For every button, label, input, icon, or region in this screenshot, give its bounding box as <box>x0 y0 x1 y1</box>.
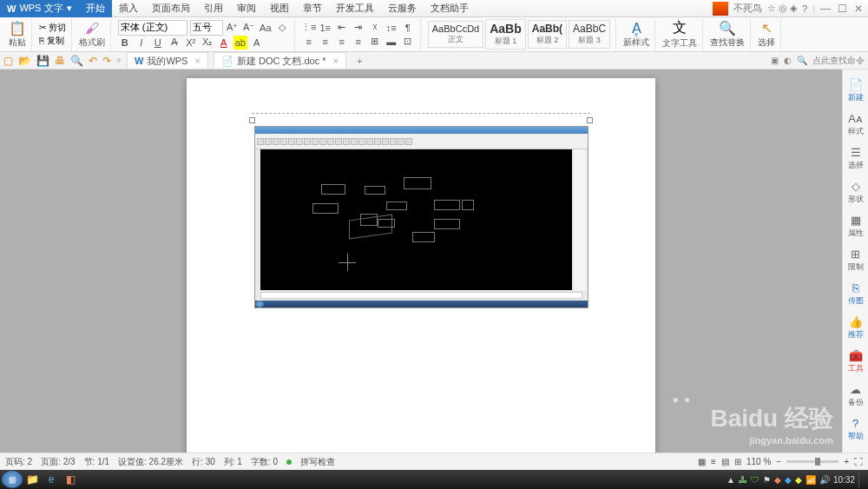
menu-tab-view[interactable]: 视图 <box>263 0 296 17</box>
status-chars[interactable]: 字数: 0 <box>251 456 278 468</box>
status-page-num[interactable]: 页码: 2 <box>5 456 32 468</box>
strike-button[interactable]: A̶ <box>168 36 181 50</box>
rs-help[interactable]: ?帮助 <box>845 413 867 446</box>
view-read-icon[interactable]: ⊞ <box>734 457 741 466</box>
line-spacing-icon[interactable]: ↕≡ <box>385 21 398 35</box>
tray-shield-icon[interactable]: 🛡 <box>751 475 760 485</box>
rs-shape[interactable]: ◇形状 <box>845 176 867 208</box>
italic-button[interactable]: I <box>135 36 148 50</box>
open-file-icon[interactable]: 📂 <box>18 55 31 67</box>
menu-tab-reference[interactable]: 引用 <box>197 0 230 17</box>
help-icon[interactable]: ? <box>802 3 807 14</box>
superscript-button[interactable]: X² <box>184 36 198 50</box>
zoom-slider[interactable] <box>786 460 838 463</box>
font-name-select[interactable] <box>118 20 187 36</box>
rs-backup[interactable]: ☁备份 <box>845 380 867 412</box>
show-desktop[interactable] <box>858 472 863 487</box>
clock[interactable]: 10:32 <box>833 475 855 485</box>
char-border-button[interactable]: A <box>250 36 264 50</box>
user-avatar-icon[interactable] <box>713 2 728 16</box>
rs-select[interactable]: ☰选择 <box>845 142 867 175</box>
zoom-in-icon[interactable]: + <box>844 457 849 466</box>
text-tools-button[interactable]: 文 文字工具 <box>657 18 703 51</box>
new-file-icon[interactable]: ▢ <box>3 55 13 67</box>
tray-network-icon[interactable]: 🖧 <box>739 475 747 485</box>
menu-tab-layout[interactable]: 页面布局 <box>145 0 197 17</box>
bold-button[interactable]: B <box>118 36 132 50</box>
print-icon[interactable]: 🖶 <box>55 55 65 67</box>
align-left-icon[interactable]: ≡ <box>302 35 316 49</box>
underline-button[interactable]: U <box>151 36 165 50</box>
grow-font-icon[interactable]: A⁺ <box>226 21 240 35</box>
preview-icon[interactable]: 🔍 <box>70 55 83 67</box>
menu-tab-helper[interactable]: 文档助手 <box>424 0 476 17</box>
skin-icon[interactable]: ◐ <box>784 56 792 65</box>
minimize-button[interactable]: — <box>820 3 831 15</box>
case-icon[interactable]: Aa <box>259 21 273 35</box>
highlight-button[interactable]: ab <box>233 36 247 50</box>
task-browser-icon[interactable]: e <box>43 472 60 487</box>
tray-app1-icon[interactable]: ◆ <box>774 475 781 485</box>
title-icons[interactable]: ☆ ◎ ◈ <box>767 3 797 14</box>
fullscreen-icon[interactable]: ⛶ <box>854 457 863 466</box>
zoom-value[interactable]: 110 % <box>746 457 771 466</box>
rs-new[interactable]: 📄新建 <box>845 75 867 107</box>
close-button[interactable]: ✕ <box>854 3 863 15</box>
style-h3[interactable]: AaBbC标题 3 <box>569 20 610 49</box>
shading-icon[interactable]: ▬ <box>385 35 398 49</box>
tray-volume-icon[interactable]: 🔊 <box>819 475 830 485</box>
tray-app3-icon[interactable]: ◆ <box>795 475 802 485</box>
char-scale-icon[interactable]: ☓ <box>368 21 382 35</box>
clear-format-icon[interactable]: ◇ <box>275 21 289 35</box>
subscript-button[interactable]: X₂ <box>201 36 214 50</box>
justify-icon[interactable]: ≡ <box>352 35 365 49</box>
style-normal[interactable]: AaBbCcDd正文 <box>428 21 483 48</box>
rs-recommend[interactable]: 👍推荐 <box>845 312 867 344</box>
redo-icon[interactable]: ↷ <box>102 55 111 67</box>
new-style-button[interactable]: A͇ 新样式 <box>618 18 655 51</box>
format-painter-group[interactable]: 🖌 格式刷 <box>74 18 111 51</box>
view-web-icon[interactable]: ▤ <box>721 457 729 466</box>
numbering-icon[interactable]: 1≡ <box>319 21 332 35</box>
show-marks-icon[interactable]: ¶ <box>401 21 415 35</box>
status-spell[interactable]: 拼写检查 <box>300 456 335 468</box>
shrink-font-icon[interactable]: A⁻ <box>242 21 256 35</box>
tray-app2-icon[interactable]: ◆ <box>785 475 792 485</box>
style-h2[interactable]: AaBb(标题 2 <box>528 20 567 49</box>
add-tab-button[interactable]: + <box>352 56 367 66</box>
align-right-icon[interactable]: ≡ <box>335 35 349 49</box>
find-replace-button[interactable]: 🔍 查找替换 <box>705 18 751 51</box>
bullets-icon[interactable]: ⋮≡ <box>302 21 316 35</box>
menu-tab-start[interactable]: 开始 <box>79 0 112 17</box>
collapse-ribbon-icon[interactable]: ▣ <box>771 56 779 65</box>
select-button[interactable]: ↖ 选择 <box>753 18 781 51</box>
borders-icon[interactable]: ⊡ <box>401 35 415 49</box>
tray-flag-icon[interactable]: ⚑ <box>763 475 771 485</box>
maximize-button[interactable]: ☐ <box>838 3 847 15</box>
paste-group[interactable]: 📋 粘贴 <box>3 18 32 51</box>
align-center-icon[interactable]: ≡ <box>319 35 332 49</box>
font-size-select[interactable] <box>190 20 223 36</box>
zoom-out-icon[interactable]: − <box>776 457 781 466</box>
menu-tab-cloud[interactable]: 云服务 <box>381 0 424 17</box>
status-page-of[interactable]: 页面: 2/3 <box>41 456 75 468</box>
document-canvas[interactable] <box>0 69 842 453</box>
close-icon[interactable]: × <box>333 56 339 66</box>
font-color-button[interactable]: A <box>217 36 231 50</box>
doc-tab-mywps[interactable]: W 我的WPS × <box>127 52 208 69</box>
status-position[interactable]: 设置值: 26.2厘米 <box>118 456 183 468</box>
dropdown-icon[interactable]: ▾ <box>67 3 72 14</box>
doc-tab-document[interactable]: 📄 新建 DOC 文档.doc * × <box>214 52 346 69</box>
close-icon[interactable]: × <box>194 56 200 66</box>
menu-tab-review[interactable]: 审阅 <box>230 0 263 17</box>
indent-icon[interactable]: ⇥ <box>352 21 365 35</box>
user-name[interactable]: 不死鸟 <box>733 2 762 15</box>
task-app-icon[interactable]: ◧ <box>62 472 79 487</box>
cut-button[interactable]: ✂ 剪切 <box>39 22 66 34</box>
rs-tools[interactable]: 🧰工具 <box>845 346 867 378</box>
tray-wifi-icon[interactable]: 📶 <box>806 475 816 485</box>
view-outline-icon[interactable]: ≡ <box>711 457 716 466</box>
outdent-icon[interactable]: ⇤ <box>335 21 349 35</box>
start-button[interactable]: ⊞ <box>2 471 23 488</box>
rs-style[interactable]: Aᴀ样式 <box>845 109 867 141</box>
